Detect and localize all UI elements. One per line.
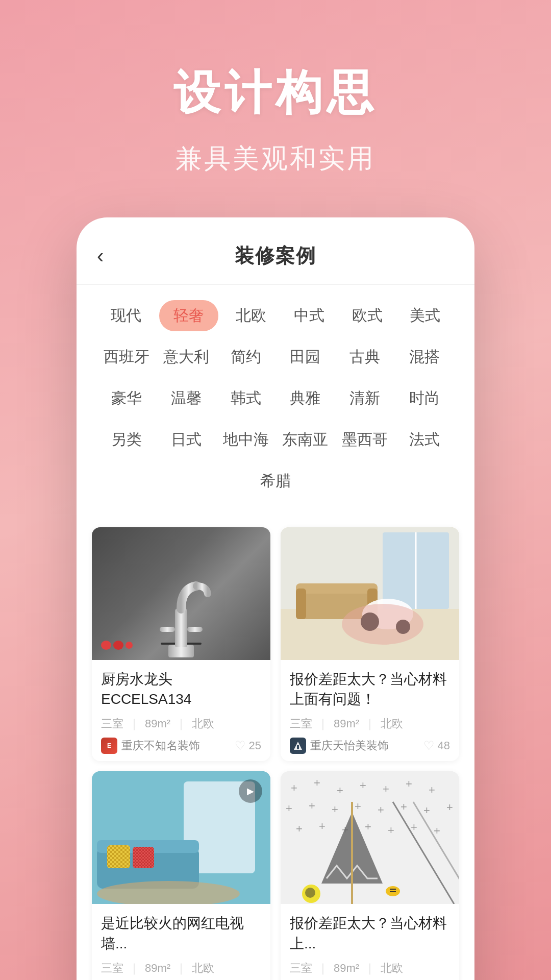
svg-text:+: +	[365, 820, 371, 833]
card-1-footer: E 重庆不知名装饰 ♡ 25	[101, 738, 261, 754]
card-3-meta: 三室 ｜ 89m² ｜ 北欧	[101, 961, 261, 976]
phone-mockup: ‹ 装修案例 现代 轻奢 北欧 中式 欧式 美式 西班牙 意大利 简约 田园 古…	[77, 217, 474, 980]
svg-text:+: +	[337, 784, 343, 797]
phone-inner: ‹ 装修案例 现代 轻奢 北欧 中式 欧式 美式 西班牙 意大利 简约 田园 古…	[77, 217, 474, 980]
card-3-title: 是近比较火的网红电视墙...	[101, 913, 261, 953]
category-southeast-asian[interactable]: 东南亚	[276, 424, 335, 455]
category-european[interactable]: 欧式	[338, 300, 396, 331]
card-2-body: 报价差距太大？当心材料上面有问题！ 三室 ｜ 89m² ｜ 北欧	[281, 660, 459, 761]
card-2-company: 重庆天怡美装饰	[290, 738, 389, 754]
svg-text:+: +	[446, 801, 453, 814]
category-fresh[interactable]: 清新	[335, 383, 395, 414]
category-greek[interactable]: 希腊	[97, 465, 454, 497]
category-chinese[interactable]: 中式	[280, 300, 338, 331]
svg-text:+: +	[314, 776, 320, 789]
categories-section: 现代 轻奢 北欧 中式 欧式 美式 西班牙 意大利 简约 田园 古典 混搭 豪华…	[77, 285, 474, 517]
svg-text:+: +	[291, 781, 297, 794]
svg-text:+: +	[400, 800, 407, 813]
category-spanish[interactable]: 西班牙	[97, 341, 157, 373]
svg-rect-9	[296, 583, 378, 594]
page-title: 装修案例	[235, 243, 316, 269]
svg-text:+: +	[296, 822, 303, 835]
category-row-2: 西班牙 意大利 简约 田园 古典 混搭	[97, 341, 454, 373]
card-2-title: 报价差距太大？当心材料上面有问题！	[290, 669, 450, 709]
svg-text:+: +	[388, 824, 394, 837]
svg-text:+: +	[383, 782, 389, 795]
svg-text:+: +	[309, 799, 315, 812]
category-fashion[interactable]: 时尚	[394, 383, 454, 414]
hero-section: 设计构思 兼具美观和实用	[0, 0, 551, 217]
card-3[interactable]: ▶ 是近比较火的网红电视墙... 三室 ｜ 89m² ｜ 北欧	[92, 771, 270, 980]
card-4-body: 报价差距太大？当心材料上... 三室 ｜ 89m² ｜ 北欧	[281, 904, 459, 980]
category-classical[interactable]: 古典	[335, 341, 395, 373]
svg-text:+: +	[332, 803, 338, 816]
hero-subtitle: 兼具美观和实用	[31, 141, 520, 177]
company-logo-2	[290, 738, 306, 754]
back-button[interactable]: ‹	[97, 244, 104, 267]
card-3-image: ▶	[92, 771, 270, 904]
card-4-title: 报价差距太大？当心材料上...	[290, 913, 450, 953]
category-french[interactable]: 法式	[394, 424, 454, 455]
svg-text:+: +	[286, 802, 292, 815]
card-1[interactable]: 厨房水龙头 ECCELSA134 三室 ｜ 89m² ｜ 北欧 E 重庆不知名装…	[92, 527, 270, 761]
category-nordic[interactable]: 北欧	[222, 300, 281, 331]
svg-text:+: +	[406, 777, 412, 790]
app-header: ‹ 装修案例	[77, 217, 474, 285]
svg-text:+: +	[355, 800, 361, 813]
category-mexican[interactable]: 墨西哥	[335, 424, 395, 455]
svg-text:+: +	[411, 821, 417, 834]
category-elegant[interactable]: 典雅	[276, 383, 335, 414]
category-modern[interactable]: 现代	[97, 300, 155, 331]
category-japanese[interactable]: 日式	[157, 424, 216, 455]
svg-text:+: +	[434, 824, 440, 837]
card-2-meta: 三室 ｜ 89m² ｜ 北欧	[290, 716, 450, 731]
card-1-company: E 重庆不知名装饰	[101, 738, 200, 754]
card-4-image: + + + + + + + + + + + + +	[281, 771, 459, 904]
category-korean[interactable]: 韩式	[216, 383, 276, 414]
heart-icon-1: ♡	[235, 739, 246, 753]
heart-icon-2: ♡	[423, 739, 435, 753]
card-4[interactable]: + + + + + + + + + + + + +	[281, 771, 459, 980]
category-pastoral[interactable]: 田园	[276, 341, 335, 373]
svg-point-15	[342, 604, 423, 645]
category-simple[interactable]: 简约	[216, 341, 276, 373]
category-row-1: 现代 轻奢 北欧 中式 欧式 美式	[97, 300, 454, 331]
category-row-3: 豪华 温馨 韩式 典雅 清新 时尚	[97, 383, 454, 414]
card-2-likes: ♡ 48	[423, 739, 450, 753]
cards-grid: 厨房水龙头 ECCELSA134 三室 ｜ 89m² ｜ 北欧 E 重庆不知名装…	[77, 517, 474, 980]
card-1-body: 厨房水龙头 ECCELSA134 三室 ｜ 89m² ｜ 北欧 E 重庆不知名装…	[92, 660, 270, 761]
card-1-image	[92, 527, 270, 660]
svg-point-63	[305, 888, 315, 898]
svg-rect-2	[160, 627, 175, 632]
category-unique[interactable]: 另类	[97, 424, 157, 455]
card-1-meta: 三室 ｜ 89m² ｜ 北欧	[101, 716, 261, 731]
card-1-likes: ♡ 25	[235, 739, 261, 753]
card-3-body: 是近比较火的网红电视墙... 三室 ｜ 89m² ｜ 北欧	[92, 904, 270, 980]
svg-rect-17	[297, 745, 299, 749]
company-logo-1: E	[101, 738, 117, 754]
svg-text:+: +	[319, 820, 325, 832]
card-2-footer: 重庆天怡美装饰 ♡ 48	[290, 738, 450, 754]
svg-text:+: +	[429, 783, 435, 796]
category-row-4: 另类 日式 地中海 东南亚 墨西哥 法式	[97, 424, 454, 455]
svg-text:+: +	[423, 804, 430, 817]
svg-text:+: +	[360, 779, 366, 792]
card-4-meta: 三室 ｜ 89m² ｜ 北欧	[290, 961, 450, 976]
card-2-image	[281, 527, 459, 660]
svg-rect-23	[107, 845, 130, 868]
category-luxury[interactable]: 豪华	[97, 383, 157, 414]
card-2[interactable]: 报价差距太大？当心材料上面有问题！ 三室 ｜ 89m² ｜ 北欧	[281, 527, 459, 761]
category-light-luxury[interactable]: 轻奢	[159, 300, 218, 331]
svg-text:+: +	[378, 803, 384, 816]
category-mediterranean[interactable]: 地中海	[216, 424, 276, 455]
card-1-title: 厨房水龙头 ECCELSA134	[101, 669, 261, 709]
category-italian[interactable]: 意大利	[157, 341, 216, 373]
svg-rect-3	[187, 627, 203, 632]
category-warm[interactable]: 温馨	[157, 383, 216, 414]
svg-rect-10	[296, 589, 306, 619]
hero-title: 设计构思	[31, 61, 520, 125]
category-mix[interactable]: 混搭	[394, 341, 454, 373]
category-american[interactable]: 美式	[396, 300, 454, 331]
svg-rect-25	[133, 847, 154, 868]
svg-rect-1	[175, 609, 187, 647]
